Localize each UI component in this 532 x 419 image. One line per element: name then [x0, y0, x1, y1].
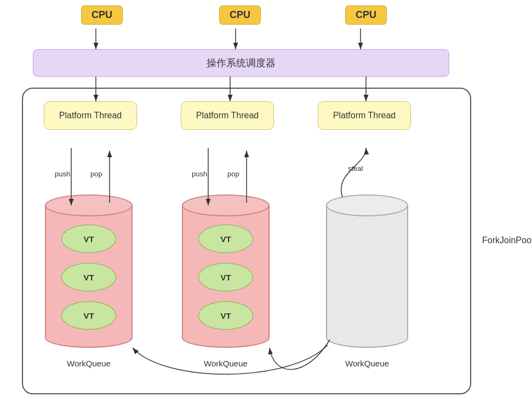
cpu-label-3: CPU: [356, 9, 376, 20]
platform-thread-3: Platform Thread: [318, 101, 411, 130]
cpu-label-2: CPU: [230, 9, 250, 20]
vt-2-3: VT: [198, 301, 253, 330]
forkjoinpool-label: ForkJoinPool: [482, 236, 532, 245]
pop-label-2: pop: [227, 170, 239, 178]
pt-label-2: Platform Thread: [196, 111, 259, 120]
red-cylinder-2: VT VT VT: [182, 194, 270, 348]
steal-label: steal: [348, 164, 363, 173]
cpu-label-1: CPU: [91, 9, 112, 20]
pt-label-1: Platform Thread: [59, 111, 122, 120]
pop-label-1: pop: [90, 170, 102, 178]
vt-1-2: VT: [61, 263, 116, 291]
push-label-1: push: [55, 170, 70, 178]
os-scheduler: 操作系统调度器: [33, 49, 449, 77]
vt-1-3: VT: [61, 301, 116, 330]
pt-label-3: Platform Thread: [333, 111, 396, 120]
platform-thread-1: Platform Thread: [44, 101, 137, 130]
vt-2-2: VT: [198, 263, 253, 291]
workqueue-label-3: WorkQueue: [323, 359, 411, 368]
vt-2-1: VT: [198, 225, 253, 253]
push-label-2: push: [192, 170, 207, 178]
cpu-box-3: CPU: [345, 5, 387, 25]
vt-1-1: VT: [61, 225, 116, 253]
workqueue-label-2: WorkQueue: [182, 359, 270, 368]
red-cylinder-1: VT VT VT: [45, 194, 133, 348]
gray-cylinder-3: [326, 194, 408, 348]
platform-thread-2: Platform Thread: [181, 101, 274, 130]
scheduler-label: 操作系统调度器: [207, 56, 276, 70]
workqueue-label-1: WorkQueue: [45, 359, 133, 368]
cpu-box-2: CPU: [219, 5, 261, 25]
cpu-box-1: CPU: [81, 5, 123, 25]
